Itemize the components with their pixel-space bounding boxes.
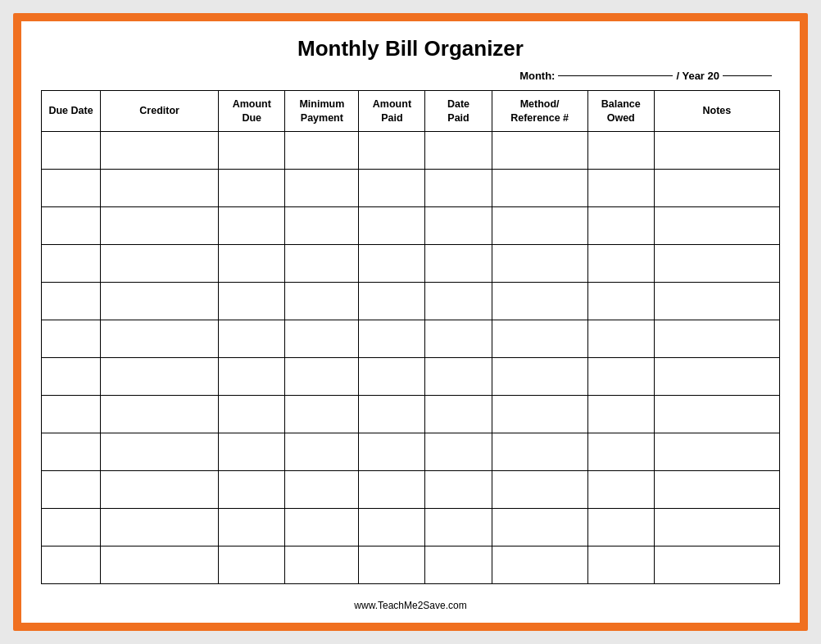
table-cell[interactable] [587, 245, 654, 283]
table-cell[interactable] [425, 546, 492, 584]
table-cell[interactable] [219, 471, 285, 509]
table-cell[interactable] [359, 320, 425, 358]
table-cell[interactable] [42, 132, 101, 170]
table-cell[interactable] [359, 245, 425, 283]
table-cell[interactable] [359, 358, 425, 396]
table-cell[interactable] [219, 509, 285, 546]
table-row[interactable] [42, 509, 780, 546]
table-row[interactable] [42, 170, 780, 207]
table-cell[interactable] [285, 433, 359, 471]
table-cell[interactable] [359, 433, 425, 471]
table-cell[interactable] [285, 245, 359, 283]
table-cell[interactable] [101, 546, 219, 584]
table-cell[interactable] [101, 207, 219, 245]
table-cell[interactable] [425, 245, 492, 283]
table-cell[interactable] [425, 471, 492, 509]
table-cell[interactable] [101, 509, 219, 546]
table-cell[interactable] [654, 358, 779, 396]
table-cell[interactable] [42, 283, 101, 320]
table-cell[interactable] [219, 396, 285, 433]
table-cell[interactable] [219, 320, 285, 358]
table-cell[interactable] [654, 471, 779, 509]
table-cell[interactable] [42, 471, 101, 509]
table-cell[interactable] [492, 358, 587, 396]
table-cell[interactable] [654, 283, 779, 320]
table-cell[interactable] [425, 207, 492, 245]
table-cell[interactable] [492, 283, 587, 320]
table-cell[interactable] [492, 396, 587, 433]
table-cell[interactable] [42, 358, 101, 396]
table-cell[interactable] [654, 132, 779, 170]
table-cell[interactable] [587, 433, 654, 471]
table-cell[interactable] [42, 207, 101, 245]
table-cell[interactable] [587, 132, 654, 170]
table-cell[interactable] [587, 283, 654, 320]
table-cell[interactable] [101, 433, 219, 471]
table-cell[interactable] [285, 546, 359, 584]
table-cell[interactable] [101, 245, 219, 283]
table-cell[interactable] [285, 283, 359, 320]
table-cell[interactable] [285, 170, 359, 207]
table-cell[interactable] [587, 396, 654, 433]
table-cell[interactable] [359, 546, 425, 584]
table-cell[interactable] [285, 132, 359, 170]
table-cell[interactable] [285, 358, 359, 396]
table-cell[interactable] [42, 433, 101, 471]
table-cell[interactable] [654, 245, 779, 283]
table-cell[interactable] [101, 283, 219, 320]
table-cell[interactable] [219, 207, 285, 245]
table-cell[interactable] [285, 471, 359, 509]
table-cell[interactable] [359, 471, 425, 509]
table-row[interactable] [42, 546, 780, 584]
table-cell[interactable] [587, 207, 654, 245]
table-cell[interactable] [359, 283, 425, 320]
table-cell[interactable] [219, 170, 285, 207]
table-cell[interactable] [425, 509, 492, 546]
table-cell[interactable] [492, 245, 587, 283]
table-cell[interactable] [587, 320, 654, 358]
table-cell[interactable] [587, 509, 654, 546]
table-cell[interactable] [492, 132, 587, 170]
table-cell[interactable] [285, 509, 359, 546]
table-cell[interactable] [587, 471, 654, 509]
table-cell[interactable] [219, 358, 285, 396]
table-cell[interactable] [359, 132, 425, 170]
table-cell[interactable] [425, 320, 492, 358]
table-cell[interactable] [359, 170, 425, 207]
table-cell[interactable] [219, 433, 285, 471]
table-cell[interactable] [425, 433, 492, 471]
table-cell[interactable] [285, 207, 359, 245]
table-row[interactable] [42, 283, 780, 320]
table-cell[interactable] [101, 471, 219, 509]
table-cell[interactable] [492, 320, 587, 358]
table-cell[interactable] [101, 396, 219, 433]
table-cell[interactable] [42, 320, 101, 358]
table-cell[interactable] [587, 546, 654, 584]
table-row[interactable] [42, 207, 780, 245]
table-cell[interactable] [42, 546, 101, 584]
table-cell[interactable] [219, 546, 285, 584]
table-row[interactable] [42, 320, 780, 358]
table-cell[interactable] [42, 509, 101, 546]
table-cell[interactable] [285, 396, 359, 433]
table-cell[interactable] [425, 132, 492, 170]
table-row[interactable] [42, 358, 780, 396]
table-cell[interactable] [654, 546, 779, 584]
table-cell[interactable] [654, 396, 779, 433]
table-cell[interactable] [654, 170, 779, 207]
table-cell[interactable] [101, 320, 219, 358]
table-row[interactable] [42, 396, 780, 433]
table-cell[interactable] [654, 433, 779, 471]
table-cell[interactable] [492, 170, 587, 207]
table-cell[interactable] [359, 207, 425, 245]
table-row[interactable] [42, 433, 780, 471]
table-cell[interactable] [425, 358, 492, 396]
table-row[interactable] [42, 245, 780, 283]
table-cell[interactable] [492, 546, 587, 584]
table-cell[interactable] [425, 396, 492, 433]
table-cell[interactable] [587, 358, 654, 396]
table-cell[interactable] [101, 170, 219, 207]
table-cell[interactable] [492, 471, 587, 509]
table-cell[interactable] [219, 283, 285, 320]
table-cell[interactable] [219, 132, 285, 170]
